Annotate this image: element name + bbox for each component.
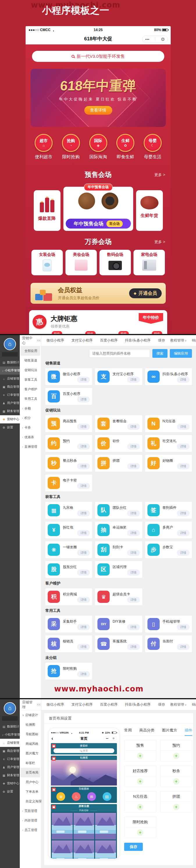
submenu-item[interactable]: 获客工具: [20, 375, 41, 384]
submenu-item[interactable]: 全部应用: [21, 346, 40, 356]
detail-button[interactable]: 详情: [127, 463, 140, 469]
search-bar[interactable]: 新一代V3.0智能手环发售: [32, 51, 164, 62]
promo-banner[interactable]: 618年中重弹 年中大促嗨起来 夏日狂欢 惊喜不断 查看详情: [31, 69, 166, 127]
detail-button[interactable]: 详情: [77, 510, 90, 516]
submenu-item[interactable]: › 页面管理: [20, 806, 41, 816]
submenu-item[interactable]: 商城风格: [20, 739, 41, 749]
submenu-item[interactable]: › 优惠券: [20, 432, 41, 442]
presale-main-card[interactable]: 年中预售会场 年中预售会场 逛会场: [63, 187, 133, 231]
account-dropdown[interactable]: 锦尚中国∨: [192, 338, 196, 343]
detail-button[interactable]: 详情: [77, 377, 90, 383]
submenu-item[interactable]: 用户中心: [20, 777, 41, 787]
detail-button[interactable]: 详情: [127, 530, 140, 536]
category-list-block[interactable]: 所有分类 列表名称: [51, 804, 117, 859]
platform-tab[interactable]: 抖音/头条小程序: [125, 702, 150, 707]
venue-card[interactable]: 美妆会场: [65, 250, 97, 275]
detail-button[interactable]: 详情: [177, 530, 190, 536]
submenu-item[interactable]: 下单表单: [20, 787, 41, 797]
panel-tab[interactable]: 插件: [185, 728, 192, 733]
sidebar-item[interactable]: ♪ 小程序管理: [0, 367, 20, 375]
sidebar-item[interactable]: ❖ 营销中心: [0, 415, 20, 424]
cache-button[interactable]: 缓存: [158, 702, 165, 707]
tutorial-dropdown[interactable]: 教程管理∨: [170, 338, 187, 343]
sidebar-item[interactable]: ≡ 订单管理: [0, 755, 20, 763]
submenu-item[interactable]: 销售渠道: [20, 356, 41, 365]
platform-tab[interactable]: 抖音/头条小程序: [125, 338, 150, 343]
sidebar-item[interactable]: ❖ 营销中心: [0, 779, 20, 787]
capsule-menu[interactable]: ••• ⊙: [142, 35, 168, 43]
detail-button[interactable]: 详情: [177, 424, 190, 430]
more-menu-icon[interactable]: •••: [145, 37, 150, 41]
more-link[interactable]: 更多 >: [155, 172, 165, 178]
detail-button[interactable]: 详情: [77, 644, 90, 650]
detail-button[interactable]: 详情: [127, 644, 140, 650]
platform-tab[interactable]: 支付宝小程序: [72, 702, 92, 707]
detail-button[interactable]: 详情: [77, 569, 90, 576]
sidebar-item[interactable]: ▣ 商品管理: [0, 747, 20, 755]
delete-block-icon[interactable]: [52, 744, 56, 748]
add-component-button[interactable]: +: [137, 753, 143, 759]
panel-tab[interactable]: 商品分类: [139, 728, 155, 733]
sidebar-item[interactable]: ⚙ 设置: [0, 424, 20, 432]
category-item[interactable]: 母婴 ☾ 母婴生活: [141, 134, 164, 160]
document-icon[interactable]: ▤: [103, 792, 111, 801]
sidebar-item[interactable]: ▦ 财务管理: [0, 771, 20, 779]
sidebar-item[interactable]: ≡ 订单管理: [0, 391, 20, 399]
submenu-item[interactable]: › 积分: [20, 413, 41, 423]
detail-button[interactable]: 详情: [77, 443, 90, 450]
cache-button[interactable]: 缓存: [158, 338, 165, 343]
delete-block-icon[interactable]: [52, 787, 56, 792]
detail-button[interactable]: 详情: [177, 443, 190, 450]
detail-button[interactable]: 详情: [77, 550, 90, 556]
detail-button[interactable]: 详情: [77, 396, 90, 402]
presale-right-card[interactable]: 生鲜年货: [136, 190, 163, 231]
platform-tab[interactable]: 百度小程序: [100, 338, 117, 343]
platform-tab[interactable]: 微信小程序: [47, 338, 64, 343]
detail-button[interactable]: 详情: [77, 424, 90, 430]
sidebar-item[interactable]: ▤ 数据统计: [0, 358, 20, 367]
category-item[interactable]: 超市 ⌂ 便利超市: [32, 134, 55, 160]
detail-button[interactable]: 详情: [127, 624, 140, 630]
search-block[interactable]: 搜索框 搜索: [51, 743, 117, 754]
venue-card[interactable]: 女装会场: [31, 250, 63, 275]
submenu-item[interactable]: › 内容管理: [20, 816, 41, 825]
detail-button[interactable]: 详情: [77, 624, 90, 630]
search-button[interactable]: 搜索: [152, 349, 168, 358]
detail-button[interactable]: 详情: [77, 597, 90, 603]
submenu-item[interactable]: 标签栏: [20, 758, 41, 768]
panel-tab[interactable]: 图片魔方: [162, 728, 177, 733]
submenu-item[interactable]: › 余额: [20, 404, 41, 413]
submenu-item[interactable]: › 员工管理: [20, 825, 41, 835]
more-link[interactable]: 更多 >: [155, 239, 165, 245]
delete-block-icon[interactable]: [52, 805, 56, 809]
save-button[interactable]: 保存: [124, 843, 143, 851]
add-component-button[interactable]: +: [137, 829, 143, 836]
detail-button[interactable]: 详情: [127, 569, 140, 576]
submenu-item[interactable]: 图片魔方: [20, 749, 41, 758]
add-component-button[interactable]: +: [137, 778, 143, 785]
detail-button[interactable]: 详情: [127, 597, 140, 603]
open-vip-button[interactable]: ◆ 开通会员: [129, 288, 162, 298]
platform-tab[interactable]: 微信小程序: [47, 702, 64, 707]
sidebar-item[interactable]: ♟ 用户管理: [0, 763, 20, 771]
layers-icon[interactable]: ≣: [56, 792, 65, 801]
gift-icon[interactable]: ⊞: [87, 792, 96, 801]
venue-card[interactable]: 数码会场: [100, 250, 131, 275]
submenu-item[interactable]: 客户维护: [20, 384, 41, 394]
back-icon[interactable]: ‹: [52, 736, 53, 741]
sidebar-item[interactable]: ♟ 用户管理: [0, 399, 20, 407]
sidebar-item[interactable]: ▤ 数据统计: [0, 722, 20, 731]
collapse-button[interactable]: <<: [36, 703, 41, 707]
detail-button[interactable]: 详情: [177, 624, 190, 630]
vip-banner[interactable]: 会员权益 开通会员立享超低会员价 ◆ 开通会员: [31, 283, 166, 304]
collapse-button[interactable]: <<: [36, 339, 41, 342]
sidebar-item[interactable]: ♪ 小程序管理: [0, 731, 20, 739]
close-target-icon[interactable]: ⊙: [161, 37, 165, 42]
sidebar-item[interactable]: ⌂ 店铺管理: [0, 739, 20, 747]
detail-button[interactable]: 详情: [177, 463, 190, 469]
add-component-button[interactable]: +: [173, 804, 179, 810]
detail-button[interactable]: 详情: [177, 550, 190, 556]
detail-button[interactable]: 详情: [177, 377, 190, 383]
account-dropdown[interactable]: 锦尚中国∨: [192, 702, 196, 707]
flame-icon[interactable]: ♨: [72, 792, 81, 801]
